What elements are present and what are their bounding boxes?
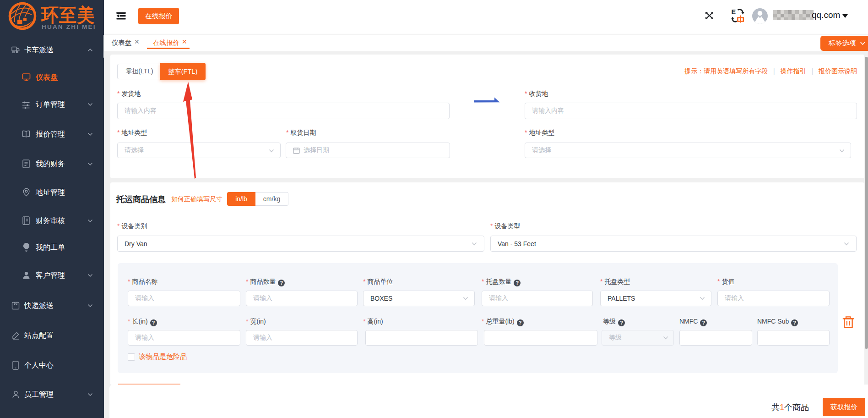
svg-text:E: E — [732, 8, 736, 16]
